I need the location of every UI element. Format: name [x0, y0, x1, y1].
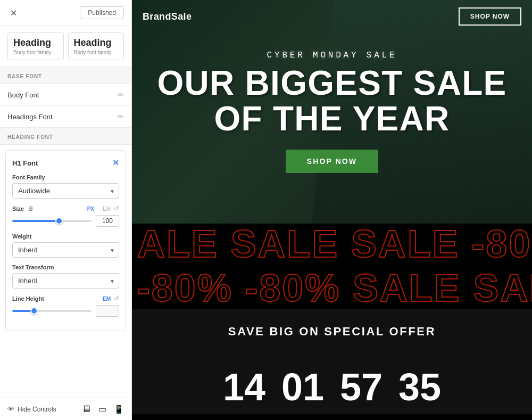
font-card-1-heading: Heading — [13, 37, 58, 48]
weight-group: Weight Inherit 400 700 ▼ — [12, 233, 119, 258]
size-unit-px[interactable]: PX — [87, 206, 94, 212]
sale-text-row-1: ALE SALE SALE -80% -80% -80% -80% — [132, 224, 532, 265]
countdown-minutes: 01 — [279, 365, 327, 409]
font-previews: Heading Body font family Heading Body fo… — [0, 26, 131, 67]
line-height-group: Line Height EM ↺ — [12, 295, 119, 317]
font-card-2[interactable]: Heading Body font family — [68, 32, 124, 60]
tablet-device-icon[interactable]: ▭ — [98, 404, 106, 414]
sale-text-row-2: -80% -80% SALE SALE -80% -80% SALE S — [132, 267, 532, 309]
shop-now-top-button[interactable]: SHOP NOW — [459, 7, 521, 26]
size-label: Size — [12, 205, 24, 212]
desktop-device-icon[interactable]: 🖥 — [81, 403, 91, 415]
headings-font-row: Headings Font ✏ — [0, 106, 131, 128]
h1-card-header: H1 Font ✕ — [12, 158, 119, 168]
font-family-select-wrapper: Audiowide Arial Georgia Helvetica Roboto… — [12, 183, 119, 199]
line-height-slider[interactable] — [12, 310, 92, 312]
h1-font-card: H1 Font ✕ Font Family Audiowide Arial Ge… — [5, 150, 126, 331]
h1-card-title: H1 Font — [12, 159, 38, 167]
monitor-icon: 🖥 — [27, 205, 34, 212]
biggest-sale-text: OUR BIGGEST SALE OF THE YEAR — [143, 65, 521, 137]
line-height-row: Line Height EM ↺ — [12, 295, 119, 302]
font-family-label: Font Family — [12, 174, 119, 180]
size-reset-icon[interactable]: ↺ — [114, 205, 119, 212]
countdown-section: 14 01 57 35 — [132, 360, 532, 414]
text-transform-label: Text Transform — [12, 264, 119, 270]
headings-font-label: Headings Font — [7, 113, 53, 121]
preview-panel: BrandSale SHOP NOW CYBER MONDAY SALE OUR… — [132, 0, 532, 420]
body-font-row: Body Font ✏ — [0, 84, 131, 106]
weight-select-wrapper: Inherit 400 700 ▼ — [12, 242, 119, 258]
hide-controls-button[interactable]: 👁 Hide Controls — [7, 405, 56, 413]
font-card-2-sub: Body font family — [74, 50, 119, 55]
headings-font-edit-icon[interactable]: ✏ — [118, 112, 124, 121]
size-unit-em[interactable]: EM — [103, 206, 111, 212]
left-panel: ✕ Published Heading Body font family Hea… — [0, 0, 132, 420]
heading-font-section-label: HEADING FONT — [0, 128, 131, 145]
size-group: Size 🖥 PX EM ↺ — [12, 205, 119, 227]
size-row: Size 🖥 PX EM ↺ — [12, 205, 119, 212]
size-slider[interactable] — [12, 220, 92, 222]
special-offer-section: SAVE BIG ON SPECIAL OFFER — [132, 309, 532, 360]
line-height-label: Line Height — [12, 295, 44, 302]
save-big-text: SAVE BIG ON SPECIAL OFFER — [143, 325, 521, 339]
hero-content: CYBER MONDAY SALE OUR BIGGEST SALE OF TH… — [132, 51, 532, 173]
font-card-2-heading: Heading — [74, 37, 119, 48]
font-family-select[interactable]: Audiowide Arial Georgia Helvetica Roboto — [12, 183, 119, 199]
brand-logo: BrandSale — [143, 11, 192, 22]
cyber-monday-text: CYBER MONDAY SALE — [143, 51, 521, 60]
hero-top-bar: BrandSale SHOP NOW — [132, 0, 532, 33]
bottom-bar: 👁 Hide Controls 🖥 ▭ 📱 — [0, 398, 131, 420]
shop-now-hero-button[interactable]: SHOP NOW — [286, 150, 378, 173]
published-button[interactable]: Published — [80, 6, 124, 19]
line-height-slider-row — [12, 305, 119, 317]
sale-banner: ALE SALE SALE -80% -80% -80% -80% -80% -… — [132, 224, 532, 309]
line-height-input[interactable] — [96, 305, 119, 317]
weight-label: Weight — [12, 233, 119, 240]
text-transform-select-wrapper: Inherit None Uppercase Lowercase ▼ — [12, 273, 119, 289]
text-transform-select[interactable]: Inherit None Uppercase Lowercase — [12, 273, 119, 289]
text-transform-group: Text Transform Inherit None Uppercase Lo… — [12, 264, 119, 289]
eye-icon: 👁 — [7, 405, 14, 413]
body-font-edit-icon[interactable]: ✏ — [118, 90, 124, 99]
size-input[interactable] — [96, 215, 119, 227]
h1-close-icon[interactable]: ✕ — [112, 158, 119, 168]
hide-controls-label: Hide Controls — [18, 406, 56, 413]
top-bar: ✕ Published — [0, 0, 131, 26]
font-family-group: Font Family Audiowide Arial Georgia Helv… — [12, 174, 119, 199]
close-button[interactable]: ✕ — [7, 7, 19, 19]
font-card-1-sub: Body font family — [13, 50, 58, 55]
countdown-ms: 35 — [396, 365, 444, 409]
hero-section: BrandSale SHOP NOW CYBER MONDAY SALE OUR… — [132, 0, 532, 224]
line-height-unit[interactable]: EM — [103, 296, 111, 302]
size-slider-row — [12, 215, 119, 227]
weight-select[interactable]: Inherit 400 700 — [12, 242, 119, 258]
base-font-label: BASE FONT — [0, 67, 131, 84]
countdown-hours: 14 — [220, 365, 268, 409]
countdown-seconds: 57 — [337, 365, 385, 409]
font-card-1[interactable]: Heading Body font family — [7, 32, 64, 60]
line-height-reset-icon[interactable]: ↺ — [114, 295, 119, 302]
body-font-label: Body Font — [7, 91, 39, 99]
mobile-device-icon[interactable]: 📱 — [114, 405, 124, 414]
